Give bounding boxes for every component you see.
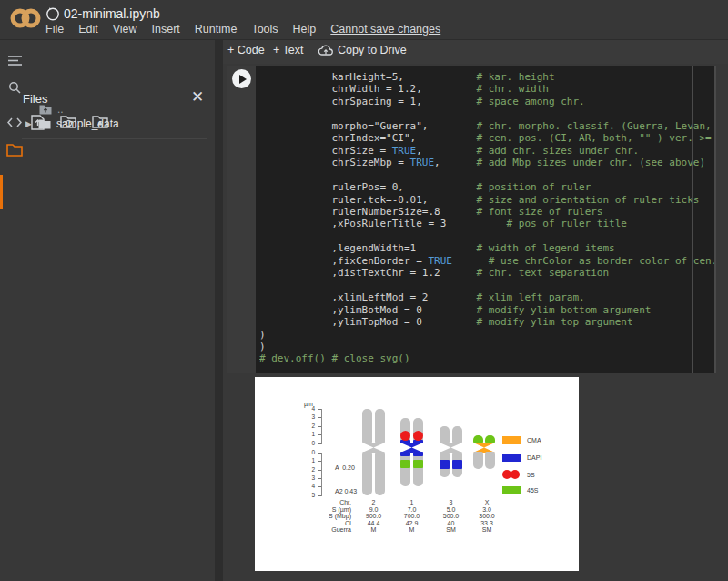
legend-label-5s: 5S xyxy=(527,472,535,478)
legend-label-cma: CMA xyxy=(527,437,541,443)
ruler-tick: 2 xyxy=(297,423,315,429)
menu-view[interactable]: View xyxy=(113,23,137,36)
active-tab-indicator xyxy=(0,175,3,209)
code-snippets-icon[interactable] xyxy=(5,113,24,131)
github-icon[interactable] xyxy=(46,6,60,21)
chr1-5s-dot xyxy=(400,431,410,441)
ruler-axis-long-arm xyxy=(321,453,322,496)
close-icon[interactable]: ✕ xyxy=(187,87,207,107)
run-cell-button[interactable] xyxy=(232,69,251,88)
output-plot: µm 4 3 2 1 0 0 1 2 3 4 5 A 0.20 A2 0.43 xyxy=(255,377,579,571)
menu-tools[interactable]: Tools xyxy=(251,23,278,36)
toc-icon[interactable] xyxy=(5,51,24,69)
table-cell: 900.0 xyxy=(355,513,392,520)
chr2-chromatid xyxy=(375,452,385,495)
chr1-45s-band xyxy=(413,460,423,468)
table-cell: SM xyxy=(470,526,503,534)
tree-item-sample-data[interactable]: ▶ sample_data xyxy=(25,117,119,130)
app-header: 02-minimal.ipynb File Edit View Insert R… xyxy=(0,0,728,40)
legend-swatch-45s xyxy=(502,486,521,494)
table-cell: 2 xyxy=(355,499,392,506)
left-sidebar: Files ✕ .. ▶ sample_data xyxy=(0,40,215,581)
table-cell: SM xyxy=(431,526,470,534)
table-row-label: CI xyxy=(255,520,355,527)
tree-item-sample-data-label: sample_data xyxy=(56,117,119,130)
chr3-chromatid xyxy=(440,426,450,443)
karyotype-table: Chr. 2 1 3 X S (µm) 9.0 7.0 5.0 3.0 S (M… xyxy=(255,499,503,534)
menu-help[interactable]: Help xyxy=(293,23,317,36)
add-code-label: + Code xyxy=(228,44,265,56)
colab-logo[interactable] xyxy=(9,6,42,30)
chr3-dapi-band xyxy=(440,460,450,469)
chr3-chromatid xyxy=(452,426,462,443)
chr2-chromatid xyxy=(362,452,372,495)
copy-to-drive-label: Copy to Drive xyxy=(338,44,407,56)
sidebar-divider[interactable] xyxy=(215,40,223,581)
table-cell: 7.0 xyxy=(392,506,431,514)
table-row-label: Guerra xyxy=(255,526,355,534)
menu-edit[interactable]: Edit xyxy=(78,23,98,36)
table-cell: 300.0 xyxy=(470,513,503,520)
copy-to-drive-button[interactable]: Copy to Drive xyxy=(318,44,407,56)
legend-label-45s: 45S xyxy=(527,487,538,494)
menu-file[interactable]: File xyxy=(46,23,64,36)
chr1-5s-dot xyxy=(413,431,423,441)
menu-bar: File Edit View Insert Runtime Tools Help… xyxy=(46,23,440,36)
table-cell: 40 xyxy=(431,520,470,527)
notebook-toolbar: + Code + Text Copy to Drive xyxy=(223,40,728,64)
chr1-dapi-band xyxy=(400,452,410,456)
folder-icon xyxy=(38,118,51,129)
table-cell: 9.0 xyxy=(355,506,392,514)
table-cell: 3.0 xyxy=(470,506,503,514)
ruler-tick: 1 xyxy=(297,431,315,437)
table-cell: 44.4 xyxy=(355,520,392,527)
cell-gutter xyxy=(228,66,256,373)
folder-up-icon xyxy=(39,104,52,115)
ruler-tick: 3 xyxy=(297,413,315,420)
search-icon[interactable] xyxy=(5,78,24,97)
ruler-tick: 3 xyxy=(297,474,315,481)
table-row-label: Chr. xyxy=(255,499,355,506)
table-cell: X xyxy=(470,499,503,506)
toolbar-divider xyxy=(531,44,531,60)
table-cell: 700.0 xyxy=(392,513,431,520)
code-cell: karHeight=5, # kar. height chrWidth = 1.… xyxy=(228,66,716,373)
editor-ruler-line xyxy=(692,66,693,373)
cloud-upload-icon xyxy=(318,45,333,56)
cannot-save-changes-link[interactable]: Cannot save changes xyxy=(330,23,440,36)
ruler-axis-short-arm xyxy=(321,409,322,444)
add-text-button[interactable]: + Text xyxy=(273,44,303,56)
tree-item-up[interactable]: .. xyxy=(39,103,64,116)
chrX-chromatid xyxy=(473,452,483,469)
legend-swatch-dapi xyxy=(502,454,521,462)
chr1-45s-band xyxy=(400,460,410,468)
ruler-tick: 4 xyxy=(297,483,315,489)
chrX-chromatid xyxy=(485,452,495,469)
table-cell: 3 xyxy=(431,499,470,506)
ruler-tick: 1 xyxy=(297,457,315,464)
add-code-button[interactable]: + Code xyxy=(228,44,265,56)
table-cell: 33.3 xyxy=(470,520,503,527)
ruler-tick: 5 xyxy=(297,492,315,498)
table-cell: 5.0 xyxy=(431,506,470,514)
menu-runtime[interactable]: Runtime xyxy=(195,23,238,36)
code-content[interactable]: karHeight=5, # kar. height chrWidth = 1.… xyxy=(259,71,714,373)
panel-separator xyxy=(22,138,207,139)
legend-label-dapi: DAPI xyxy=(527,454,541,461)
chr1-dapi-band xyxy=(413,452,423,456)
table-cell: M xyxy=(392,526,431,534)
table-cell: 1 xyxy=(392,499,431,506)
chr3-dapi-band xyxy=(452,460,462,469)
chevron-right-icon[interactable]: ▶ xyxy=(25,119,33,128)
menu-insert[interactable]: Insert xyxy=(152,23,180,36)
chr1-chromatid xyxy=(413,452,423,486)
table-row-label: S (µm) xyxy=(255,506,355,514)
legend-swatch-cma xyxy=(502,436,521,444)
table-cell: 42.9 xyxy=(392,520,431,527)
ruler-tick: 2 xyxy=(297,466,315,473)
table-cell: 500.0 xyxy=(431,513,470,520)
files-icon[interactable] xyxy=(5,140,24,158)
legend-dot-5s xyxy=(511,470,520,479)
table-cell: M xyxy=(355,526,392,534)
notebook-title[interactable]: 02-minimal.ipynb xyxy=(64,6,160,21)
